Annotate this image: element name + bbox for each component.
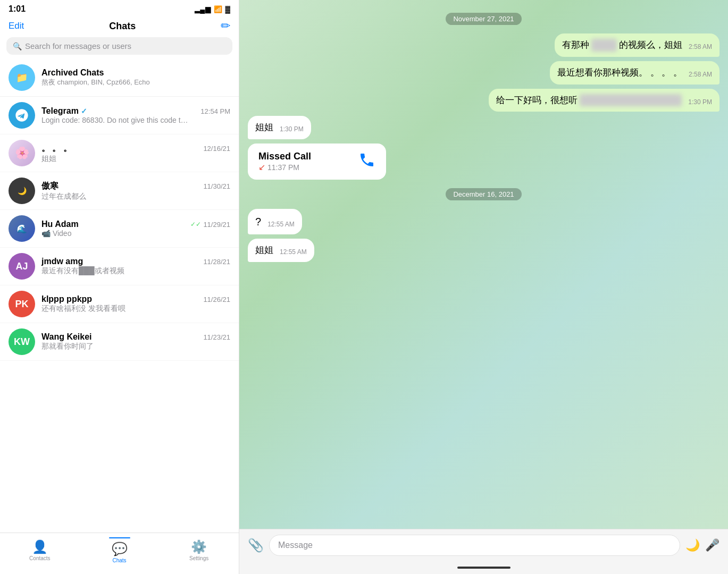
search-icon: 🔍 <box>13 42 22 50</box>
missed-call-timestamp: 11:37 PM <box>267 163 299 172</box>
msg-1-prefix: 有那种 <box>562 39 589 52</box>
chat-date-aochan: 11/30/21 <box>203 182 230 190</box>
message-7-bubble: 姐姐 12:55 AM <box>248 239 314 262</box>
avatar-jmdw: AJ <box>9 253 35 280</box>
chat-header-row-jmdw: jmdw amg 11/28/21 <box>41 257 230 266</box>
message-2-row: 最近想看你那种视频。 。 。 。 2:58 AM <box>248 61 719 85</box>
emoji-icon[interactable]: 🌙 <box>685 538 700 552</box>
message-3-row: 给一下好吗，很想听████████████████ 1:30 PM <box>248 89 719 112</box>
status-icons: ▂▄▆ 📶 ▓ <box>195 5 230 13</box>
nav-settings-label: Settings <box>189 555 208 561</box>
missed-call-bubble: Missed Call ↙ 11:37 PM <box>248 144 386 180</box>
nav-chats-label: Chats <box>112 558 126 563</box>
huadam-avatar-emoji: 🌊 <box>16 224 27 234</box>
chat-item-huadam[interactable]: 🌊 Hu Adam ✓✓ 11/29/21 📹 Video <box>0 210 239 248</box>
aochan-avatar-emoji: 🌙 <box>18 187 27 195</box>
archived-chats-subtitle: 熬夜 champion, BIN, Cpz666, Echo <box>41 78 230 87</box>
chat-name-aochan: 傲寒 <box>41 181 58 192</box>
msg-6-time: 12:55 AM <box>267 220 295 229</box>
msg-6-text: ? <box>255 214 261 229</box>
chat-input-bar: 📎 Message 🌙 🎤 <box>239 529 728 561</box>
chat-item-jiejie[interactable]: 🌸 。 。 。 12/16/21 姐姐 <box>0 134 239 172</box>
chat-preview-klppp: 还有啥福利没 发我看看呗 <box>41 304 190 314</box>
chat-preview-jmdw: 最近有没有███或者视频 <box>41 266 190 276</box>
nav-contacts[interactable]: 👤 Contacts <box>0 539 80 561</box>
double-check-icon: ✓✓ <box>190 221 201 228</box>
chat-preview-huadam: 📹 Video <box>41 229 190 238</box>
chat-content-klppp: klppp ppkpp 11/26/21 还有啥福利没 发我看看呗 <box>41 294 230 314</box>
mic-icon[interactable]: 🎤 <box>705 538 719 552</box>
chat-name-klppp: klppp ppkpp <box>41 294 92 304</box>
msg-4-time: 1:30 PM <box>280 125 304 134</box>
msg-1-time: 2:58 AM <box>689 43 712 52</box>
wifi-icon: 📶 <box>214 5 222 13</box>
chat-item-telegram[interactable]: Telegram ✓ 12:54 PM Login code: 86830. D… <box>0 97 239 134</box>
archived-chats-item[interactable]: 📁 Archived Chats 熬夜 champion, BIN, Cpz66… <box>0 59 239 97</box>
chat-item-wang[interactable]: KW Wang Keikei 11/23/21 那就看你时间了 <box>0 323 239 361</box>
archived-chats-info: Archived Chats 熬夜 champion, BIN, Cpz666,… <box>41 68 230 87</box>
status-bar: 1:01 ▂▄▆ 📶 ▓ <box>0 0 239 16</box>
msg-3-prefix: 给一下好吗，很想听 <box>496 94 578 107</box>
chat-header-row-aochan: 傲寒 11/30/21 <box>41 181 230 192</box>
chat-header-row-klppp: klppp ppkpp 11/26/21 <box>41 294 230 304</box>
chat-content-telegram: Telegram ✓ 12:54 PM Login code: 86830. D… <box>41 106 230 124</box>
phone-icon <box>358 151 375 172</box>
chat-date-jmdw: 11/28/21 <box>203 258 230 266</box>
bottom-nav: 👤 Contacts 💬 Chats ⚙️ Settings <box>0 533 239 574</box>
avatar-huadam: 🌊 <box>9 215 35 242</box>
chat-name-wang: Wang Keikei <box>41 332 92 342</box>
chat-header-row-telegram: Telegram ✓ 12:54 PM <box>41 106 230 116</box>
edit-button[interactable]: Edit <box>9 21 24 31</box>
wang-initials: KW <box>14 336 30 348</box>
chat-name-jmdw: jmdw amg <box>41 257 83 266</box>
chat-preview-telegram: Login code: 86830. Do not give this code… <box>41 116 190 124</box>
msg-2-time: 2:58 AM <box>689 70 712 79</box>
avatar-wang: KW <box>9 328 35 355</box>
avatar-klppp: PK <box>9 291 35 317</box>
msg-3-blurred: ████████████████ <box>580 94 682 107</box>
compose-button[interactable]: ✏ <box>221 19 230 33</box>
chat-content-jmdw: jmdw amg 11/28/21 最近有没有███或者视频 <box>41 257 230 276</box>
chat-item-klppp[interactable]: PK klppp ppkpp 11/26/21 还有啥福利没 发我看看呗 <box>0 285 239 323</box>
klppp-initials: PK <box>15 299 28 310</box>
message-7-row: 姐姐 12:55 AM <box>248 239 719 262</box>
home-bar <box>457 567 511 569</box>
missed-call-time: ↙ 11:37 PM <box>258 162 311 172</box>
archive-icon: 📁 <box>16 72 28 83</box>
left-panel: 1:01 ▂▄▆ 📶 ▓ Edit Chats ✏ 🔍 Search for m… <box>0 0 239 574</box>
home-indicator <box>239 561 728 574</box>
chat-header-row-huadam: Hu Adam ✓✓ 11/29/21 <box>41 220 230 229</box>
chat-content-jiejie: 。 。 。 12/16/21 姐姐 <box>41 143 230 164</box>
nav-contacts-label: Contacts <box>29 555 50 561</box>
msg-4-text: 姐姐 <box>255 121 273 134</box>
message-input[interactable]: Message <box>269 535 680 556</box>
chat-name-jiejie: 。 。 。 <box>41 143 72 154</box>
message-3-bubble: 给一下好吗，很想听████████████████ 1:30 PM <box>489 89 719 112</box>
chat-item-aochan[interactable]: 🌙 傲寒 11/30/21 过年在成都么 <box>0 172 239 210</box>
chat-messages[interactable]: November 27, 2021 有那种████的视频么，姐姐 2:58 AM… <box>239 0 728 529</box>
msg-7-text: 姐姐 <box>255 244 273 257</box>
nav-chats[interactable]: 💬 Chats <box>80 537 160 563</box>
contacts-icon: 👤 <box>32 539 48 554</box>
avatar-telegram <box>9 102 35 129</box>
search-bar[interactable]: 🔍 Search for messages or users <box>6 37 232 55</box>
msg-7-time: 12:55 AM <box>280 248 307 257</box>
chat-preview-aochan: 过年在成都么 <box>41 192 190 201</box>
archived-chats-icon: 📁 <box>9 64 35 91</box>
attach-icon[interactable]: 📎 <box>248 538 264 553</box>
message-4-bubble: 姐姐 1:30 PM <box>248 116 311 139</box>
msg-1-blurred: ████ <box>591 39 617 52</box>
chat-header-row-wang: Wang Keikei 11/23/21 <box>41 332 230 342</box>
chat-date-telegram: 12:54 PM <box>200 107 230 115</box>
message-placeholder: Message <box>278 541 313 550</box>
missed-call-info: Missed Call ↙ 11:37 PM <box>258 151 311 172</box>
avatar-aochan: 🌙 <box>9 178 35 204</box>
header-bar: Edit Chats ✏ <box>0 16 239 37</box>
msg-3-time: 1:30 PM <box>688 98 712 107</box>
battery-icon: ▓ <box>225 5 230 13</box>
nav-settings[interactable]: ⚙️ Settings <box>159 539 239 561</box>
chat-date-huadam: 11/29/21 <box>203 221 230 229</box>
chat-content-huadam: Hu Adam ✓✓ 11/29/21 📹 Video <box>41 220 230 238</box>
chat-item-jmdw[interactable]: AJ jmdw amg 11/28/21 最近有没有███或者视频 <box>0 248 239 285</box>
missed-arrow-icon: ↙ <box>258 162 265 172</box>
